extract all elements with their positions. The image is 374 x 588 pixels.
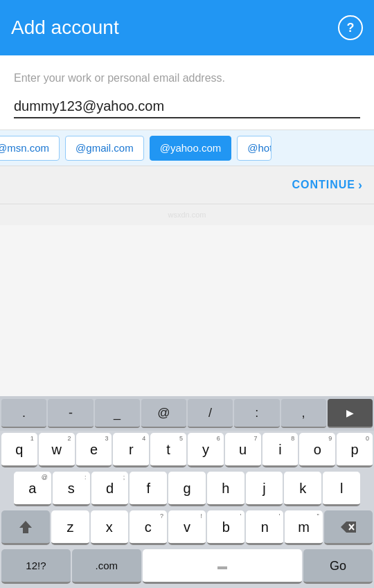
svg-marker-0 (19, 521, 32, 533)
continue-button[interactable]: CONTINUE › (292, 178, 363, 193)
page-title: Add account (11, 17, 119, 39)
key-j[interactable]: j (246, 472, 283, 506)
help-button[interactable]: ? (338, 15, 363, 40)
key-m[interactable]: "m (285, 510, 322, 545)
domain-chip-hotmail[interactable]: @hot (237, 136, 271, 161)
key-slash[interactable]: / (188, 399, 233, 428)
key-c[interactable]: ?c (130, 510, 167, 545)
key-v[interactable]: !v (168, 510, 206, 545)
domain-suggestions: @msn.com @gmail.com @yahoo.com @hot (0, 130, 374, 166)
space-key[interactable]: ▬ (143, 549, 302, 584)
special-chars-row: . - _ @ / : , ▶ (0, 396, 374, 431)
domain-chip-yahoo[interactable]: @yahoo.com (150, 136, 232, 161)
key-comma[interactable]: , (281, 399, 326, 428)
key-i[interactable]: 8i (262, 433, 299, 467)
keyboard-bottom-row: 12!? .com ▬ Go (0, 547, 374, 588)
keyboard: . - _ @ / : , ▶ 1q 2w 3e 4r 5t 6y 7u 8i … (0, 396, 374, 588)
email-subtitle: Enter your work or personal email addres… (14, 72, 360, 84)
key-dash[interactable]: - (48, 399, 93, 428)
main-content: Enter your work or personal email addres… (0, 55, 374, 130)
keyboard-row-2: @a :s ;d f g h j k l (0, 470, 374, 508)
key-p[interactable]: 0p (337, 433, 373, 467)
key-dot[interactable]: . (1, 399, 46, 428)
dot-com-key[interactable]: .com (72, 549, 141, 584)
continue-bar: CONTINUE › (0, 166, 374, 204)
key-a[interactable]: @a (14, 472, 51, 506)
continue-label: CONTINUE (292, 179, 355, 191)
key-r[interactable]: 4r (113, 433, 149, 467)
watermark-text: wsxdn.com (168, 211, 206, 219)
key-o[interactable]: 9o (299, 433, 335, 467)
backspace-key[interactable] (324, 510, 373, 545)
watermark-area: wsxdn.com (0, 204, 374, 225)
key-z[interactable]: z (51, 510, 89, 545)
key-w[interactable]: 2w (39, 433, 75, 467)
key-g[interactable]: g (168, 472, 206, 506)
key-u[interactable]: 7u (225, 433, 261, 467)
key-at[interactable]: @ (141, 399, 186, 428)
dot-com-label: .com (96, 560, 118, 571)
key-b[interactable]: 'b (207, 510, 244, 545)
go-key[interactable]: Go (303, 549, 373, 584)
help-icon: ? (347, 21, 355, 35)
key-x[interactable]: x (91, 510, 128, 545)
go-label: Go (330, 560, 346, 572)
continue-chevron-icon: › (358, 178, 363, 193)
key-s[interactable]: :s (53, 472, 90, 506)
key-colon[interactable]: : (234, 399, 279, 428)
email-input-container (14, 98, 360, 118)
key-d[interactable]: ;d (91, 472, 129, 506)
key-t[interactable]: 5t (150, 433, 186, 467)
keyboard-row-3: z x ?c !v 'b 'n "m (0, 508, 374, 547)
email-input[interactable] (14, 98, 360, 114)
domain-chip-msn[interactable]: @msn.com (0, 136, 60, 161)
num-key-label: 12!? (26, 560, 46, 571)
key-l[interactable]: l (323, 472, 360, 506)
key-e[interactable]: 3e (76, 433, 112, 467)
domain-chip-gmail[interactable]: @gmail.com (65, 136, 144, 161)
key-arrow[interactable]: ▶ (328, 399, 373, 428)
key-h[interactable]: h (207, 472, 244, 506)
app-header: Add account ? (0, 0, 374, 55)
key-q[interactable]: 1q (1, 433, 37, 467)
key-f[interactable]: f (130, 472, 167, 506)
shift-key[interactable] (1, 510, 50, 545)
key-y[interactable]: 6y (188, 433, 224, 467)
key-n[interactable]: 'n (246, 510, 283, 545)
key-k[interactable]: k (284, 472, 321, 506)
num-key[interactable]: 12!? (1, 549, 71, 584)
key-underscore[interactable]: _ (95, 399, 140, 428)
keyboard-row-1: 1q 2w 3e 4r 5t 6y 7u 8i 9o 0p (0, 431, 374, 470)
